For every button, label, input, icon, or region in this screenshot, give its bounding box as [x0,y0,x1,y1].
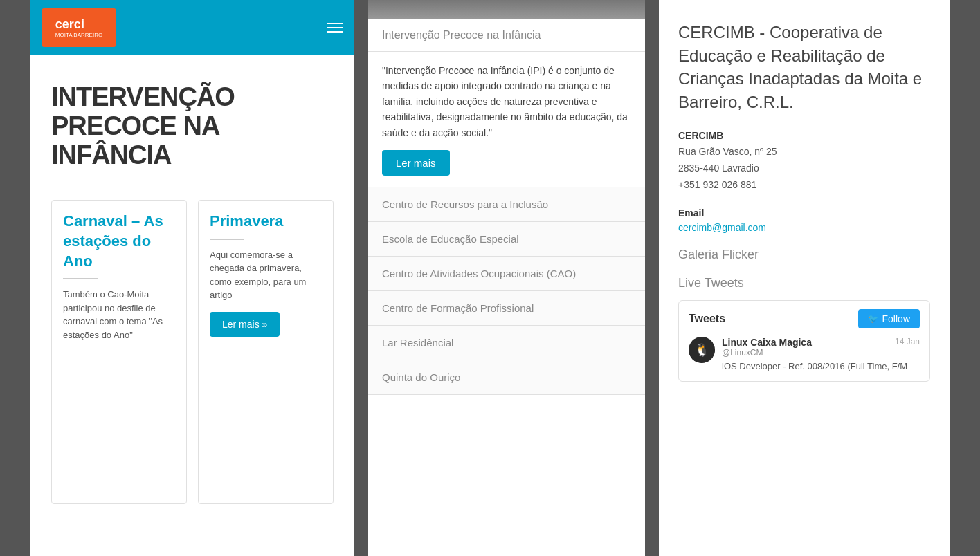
panel-1: cerci MOITA BARREIRO INTERVENÇÃO PRECOCE… [30,0,354,556]
logo-sub: MOITA BARREIRO [55,32,102,39]
card2-divider [210,239,244,240]
panel-2: Intervenção Precoce na Infância "Interve… [368,0,645,556]
logo-text: cerci [55,17,102,32]
tweet-body: 14 Jan Linux Caixa Magica @LinuxCM iOS D… [722,337,920,373]
follow-button[interactable]: 🐦 Follow [858,309,920,328]
tweet-handle: @LinuxCM [722,348,920,358]
tweet-widget: Tweets 🐦 Follow 🐧 14 Jan Linux Caixa Mag [678,300,930,382]
menu-item-3[interactable]: Centro de Formação Profissional [368,291,645,326]
address-phone: +351 932 026 881 [678,177,930,194]
panel1-header: cerci MOITA BARREIRO [30,0,354,55]
email-link[interactable]: cercimb@gmail.com [678,222,766,233]
card2-title[interactable]: Primavera [210,212,322,232]
menu-item-4[interactable]: Lar Residêncial [368,326,645,360]
tweet-date: 14 Jan [895,337,920,346]
menu-list: Centro de Recursos para a InclusãoEscola… [368,187,645,395]
panel-3: CERCIMB - Cooperativa de Educação e Reab… [659,0,950,556]
tweets-section: Live Tweets Tweets 🐦 Follow 🐧 [678,276,930,382]
logo[interactable]: cerci MOITA BARREIRO [42,8,116,47]
org-full-title: CERCIMB - Cooperativa de Educação e Reab… [678,21,930,113]
tweet-avatar: 🐧 [689,337,715,363]
menu-item-5[interactable]: Quinta do Ouriço [368,360,645,395]
card-primavera: Primavera Aqui comemora-se a chegada da … [198,200,334,504]
excerpt-block: "Intervenção Precoce na Infância (IPI) é… [368,52,645,187]
card2-ler-mais-button[interactable]: Ler mais » [210,312,280,337]
gallery-section: Galeria Flicker [678,248,930,262]
address-line1: Rua Grão Vasco, nº 25 [678,144,930,160]
cards-container: Carnaval – As estações do Ano Também o C… [30,200,354,504]
card-carnaval: Carnaval – As estações do Ano Também o C… [51,200,187,504]
email-section: Email cercimb@gmail.com [678,207,930,234]
hamburger-line-1 [327,23,343,24]
menu-item-2[interactable]: Centro de Atividades Ocupacionais (CAO) [368,257,645,291]
twitter-bird-icon: 🐦 [868,314,878,324]
excerpt-text: "Intervenção Precoce na Infância (IPI) é… [382,63,631,140]
hamburger-line-2 [327,27,343,28]
page-title: INTERVENÇÃO PRECOCE NA INFÂNCIA [51,83,334,169]
ler-mais-button[interactable]: Ler mais [382,150,450,176]
panel2-top-image [368,0,645,19]
email-label: Email [678,207,930,219]
hamburger-menu[interactable] [327,23,343,33]
tweet-item: 🐧 14 Jan Linux Caixa Magica @LinuxCM iOS… [689,337,920,373]
card1-text: Também o Cao-Moita participou no desfile… [63,288,175,342]
tweets-label: Tweets [689,313,725,325]
live-tweets-title: Live Tweets [678,276,930,290]
menu-item-1[interactable]: Escola de Educação Especial [368,222,645,257]
address-block: CERCIMB Rua Grão Vasco, nº 25 2835-440 L… [678,130,930,193]
tweet-name: Linux Caixa Magica [722,337,920,348]
org-name: CERCIMB [678,130,930,141]
panel3-content: CERCIMB - Cooperativa de Educação e Reab… [659,0,950,416]
follow-button-label: Follow [882,313,910,324]
section-title: Intervenção Precoce na Infância [368,19,645,52]
card1-title[interactable]: Carnaval – As estações do Ano [63,212,175,271]
tweet-text: iOS Developer - Ref. 008/2016 (Full Time… [722,360,920,373]
address-line2: 2835-440 Lavradio [678,160,930,177]
card1-divider [63,278,98,279]
tweet-widget-header: Tweets 🐦 Follow [689,309,920,328]
gallery-title: Galeria Flicker [678,248,930,262]
card2-text: Aqui comemora-se a chegada da primavera,… [210,248,322,302]
hero-section: INTERVENÇÃO PRECOCE NA INFÂNCIA [30,55,354,200]
hamburger-line-3 [327,31,343,33]
menu-item-0[interactable]: Centro de Recursos para a Inclusão [368,187,645,222]
